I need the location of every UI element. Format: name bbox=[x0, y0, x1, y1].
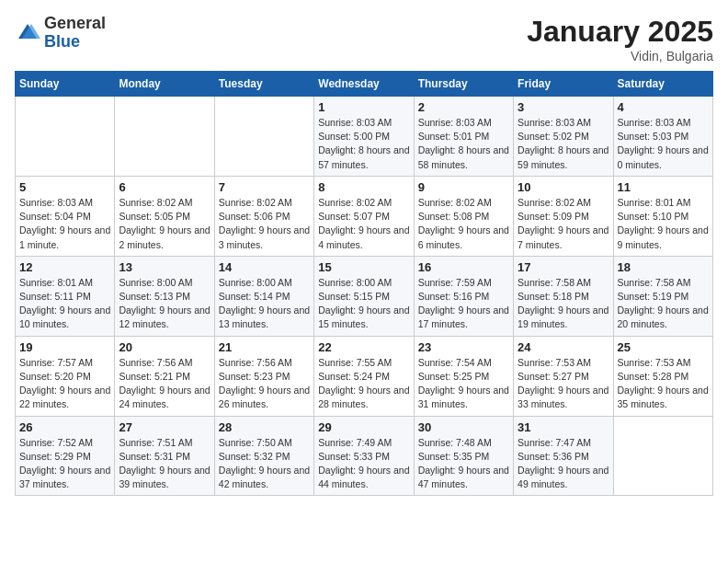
day-info: Sunrise: 8:00 AM Sunset: 5:13 PM Dayligh… bbox=[119, 276, 210, 332]
day-number: 19 bbox=[19, 340, 110, 354]
weekday-header: Thursday bbox=[414, 72, 513, 97]
calendar-table: SundayMondayTuesdayWednesdayThursdayFrid… bbox=[15, 71, 713, 496]
calendar-day-cell: 26Sunrise: 7:52 AM Sunset: 5:29 PM Dayli… bbox=[16, 416, 115, 496]
calendar-day-cell: 4Sunrise: 8:03 AM Sunset: 5:03 PM Daylig… bbox=[613, 97, 712, 177]
day-number: 9 bbox=[418, 180, 509, 194]
day-info: Sunrise: 8:02 AM Sunset: 5:08 PM Dayligh… bbox=[418, 196, 509, 252]
calendar-week-row: 5Sunrise: 8:03 AM Sunset: 5:04 PM Daylig… bbox=[16, 176, 713, 256]
calendar-day-cell: 30Sunrise: 7:48 AM Sunset: 5:35 PM Dayli… bbox=[414, 416, 513, 496]
weekday-header: Tuesday bbox=[214, 72, 313, 97]
day-number: 14 bbox=[219, 260, 310, 274]
day-info: Sunrise: 8:03 AM Sunset: 5:04 PM Dayligh… bbox=[19, 196, 110, 252]
day-number: 30 bbox=[418, 420, 509, 434]
calendar-day-cell: 22Sunrise: 7:55 AM Sunset: 5:24 PM Dayli… bbox=[314, 336, 414, 416]
calendar-day-cell: 2Sunrise: 8:03 AM Sunset: 5:01 PM Daylig… bbox=[414, 97, 513, 177]
day-number: 31 bbox=[518, 420, 609, 434]
calendar-day-cell: 9Sunrise: 8:02 AM Sunset: 5:08 PM Daylig… bbox=[414, 176, 513, 256]
weekday-header: Sunday bbox=[16, 72, 115, 97]
day-info: Sunrise: 7:58 AM Sunset: 5:19 PM Dayligh… bbox=[618, 276, 709, 332]
logo-general-text: General bbox=[44, 14, 106, 32]
day-number: 5 bbox=[19, 180, 110, 194]
calendar-day-cell: 29Sunrise: 7:49 AM Sunset: 5:33 PM Dayli… bbox=[314, 416, 414, 496]
day-number: 23 bbox=[418, 340, 509, 354]
day-number: 15 bbox=[318, 260, 409, 274]
day-info: Sunrise: 7:48 AM Sunset: 5:35 PM Dayligh… bbox=[418, 436, 509, 492]
calendar-day-cell: 18Sunrise: 7:58 AM Sunset: 5:19 PM Dayli… bbox=[613, 256, 712, 336]
day-number: 28 bbox=[219, 420, 310, 434]
day-info: Sunrise: 8:01 AM Sunset: 5:10 PM Dayligh… bbox=[618, 196, 709, 252]
location: Vidin, Bulgaria bbox=[527, 49, 713, 63]
calendar-header-row: SundayMondayTuesdayWednesdayThursdayFrid… bbox=[16, 72, 713, 97]
calendar-day-cell: 3Sunrise: 8:03 AM Sunset: 5:02 PM Daylig… bbox=[514, 97, 613, 177]
day-info: Sunrise: 7:57 AM Sunset: 5:20 PM Dayligh… bbox=[19, 356, 110, 412]
day-number: 3 bbox=[518, 100, 609, 114]
day-info: Sunrise: 7:47 AM Sunset: 5:36 PM Dayligh… bbox=[518, 436, 609, 492]
calendar-day-cell: 24Sunrise: 7:53 AM Sunset: 5:27 PM Dayli… bbox=[514, 336, 613, 416]
day-number: 22 bbox=[318, 340, 409, 354]
day-number: 8 bbox=[318, 180, 409, 194]
day-info: Sunrise: 7:59 AM Sunset: 5:16 PM Dayligh… bbox=[418, 276, 509, 332]
calendar-day-cell: 20Sunrise: 7:56 AM Sunset: 5:21 PM Dayli… bbox=[115, 336, 214, 416]
day-info: Sunrise: 7:56 AM Sunset: 5:23 PM Dayligh… bbox=[219, 356, 310, 412]
calendar-day-cell: 14Sunrise: 8:00 AM Sunset: 5:14 PM Dayli… bbox=[214, 256, 313, 336]
calendar-day-cell: 11Sunrise: 8:01 AM Sunset: 5:10 PM Dayli… bbox=[613, 176, 712, 256]
calendar-day-cell bbox=[16, 97, 115, 177]
day-info: Sunrise: 8:03 AM Sunset: 5:01 PM Dayligh… bbox=[418, 116, 509, 172]
day-number: 18 bbox=[618, 260, 709, 274]
day-number: 27 bbox=[119, 420, 210, 434]
day-info: Sunrise: 7:49 AM Sunset: 5:33 PM Dayligh… bbox=[318, 436, 409, 492]
day-number: 1 bbox=[318, 100, 409, 114]
logo-blue-text: Blue bbox=[44, 32, 80, 51]
calendar-day-cell: 27Sunrise: 7:51 AM Sunset: 5:31 PM Dayli… bbox=[115, 416, 214, 496]
calendar-day-cell: 19Sunrise: 7:57 AM Sunset: 5:20 PM Dayli… bbox=[16, 336, 115, 416]
page-header: General Blue January 2025 Vidin, Bulgari… bbox=[15, 15, 713, 63]
calendar-week-row: 26Sunrise: 7:52 AM Sunset: 5:29 PM Dayli… bbox=[16, 416, 713, 496]
weekday-header: Wednesday bbox=[314, 72, 414, 97]
day-info: Sunrise: 7:54 AM Sunset: 5:25 PM Dayligh… bbox=[418, 356, 509, 412]
calendar-day-cell bbox=[613, 416, 712, 496]
calendar-day-cell: 23Sunrise: 7:54 AM Sunset: 5:25 PM Dayli… bbox=[414, 336, 513, 416]
day-number: 21 bbox=[219, 340, 310, 354]
day-number: 4 bbox=[618, 100, 709, 114]
calendar-week-row: 19Sunrise: 7:57 AM Sunset: 5:20 PM Dayli… bbox=[16, 336, 713, 416]
calendar-day-cell: 8Sunrise: 8:02 AM Sunset: 5:07 PM Daylig… bbox=[314, 176, 414, 256]
day-info: Sunrise: 7:51 AM Sunset: 5:31 PM Dayligh… bbox=[119, 436, 210, 492]
calendar-day-cell: 28Sunrise: 7:50 AM Sunset: 5:32 PM Dayli… bbox=[214, 416, 313, 496]
weekday-header: Friday bbox=[514, 72, 613, 97]
weekday-header: Monday bbox=[115, 72, 214, 97]
day-number: 7 bbox=[219, 180, 310, 194]
day-number: 20 bbox=[119, 340, 210, 354]
day-info: Sunrise: 8:00 AM Sunset: 5:15 PM Dayligh… bbox=[318, 276, 409, 332]
day-info: Sunrise: 8:01 AM Sunset: 5:11 PM Dayligh… bbox=[19, 276, 110, 332]
calendar-day-cell: 17Sunrise: 7:58 AM Sunset: 5:18 PM Dayli… bbox=[514, 256, 613, 336]
day-number: 24 bbox=[518, 340, 609, 354]
day-info: Sunrise: 8:03 AM Sunset: 5:02 PM Dayligh… bbox=[518, 116, 609, 172]
calendar-day-cell: 15Sunrise: 8:00 AM Sunset: 5:15 PM Dayli… bbox=[314, 256, 414, 336]
day-info: Sunrise: 7:53 AM Sunset: 5:27 PM Dayligh… bbox=[518, 356, 609, 412]
calendar-day-cell: 12Sunrise: 8:01 AM Sunset: 5:11 PM Dayli… bbox=[16, 256, 115, 336]
day-number: 6 bbox=[119, 180, 210, 194]
calendar-week-row: 12Sunrise: 8:01 AM Sunset: 5:11 PM Dayli… bbox=[16, 256, 713, 336]
day-number: 25 bbox=[618, 340, 709, 354]
weekday-header: Saturday bbox=[613, 72, 712, 97]
calendar-day-cell: 21Sunrise: 7:56 AM Sunset: 5:23 PM Dayli… bbox=[214, 336, 313, 416]
day-number: 29 bbox=[318, 420, 409, 434]
day-number: 16 bbox=[418, 260, 509, 274]
day-number: 17 bbox=[518, 260, 609, 274]
logo-icon bbox=[15, 20, 40, 46]
calendar-day-cell: 10Sunrise: 8:02 AM Sunset: 5:09 PM Dayli… bbox=[514, 176, 613, 256]
calendar-day-cell: 5Sunrise: 8:03 AM Sunset: 5:04 PM Daylig… bbox=[16, 176, 115, 256]
day-info: Sunrise: 8:02 AM Sunset: 5:06 PM Dayligh… bbox=[219, 196, 310, 252]
day-number: 13 bbox=[119, 260, 210, 274]
calendar-day-cell: 1Sunrise: 8:03 AM Sunset: 5:00 PM Daylig… bbox=[314, 97, 414, 177]
day-info: Sunrise: 7:50 AM Sunset: 5:32 PM Dayligh… bbox=[219, 436, 310, 492]
calendar-day-cell: 25Sunrise: 7:53 AM Sunset: 5:28 PM Dayli… bbox=[613, 336, 712, 416]
day-number: 26 bbox=[19, 420, 110, 434]
day-info: Sunrise: 7:55 AM Sunset: 5:24 PM Dayligh… bbox=[318, 356, 409, 412]
day-info: Sunrise: 8:00 AM Sunset: 5:14 PM Dayligh… bbox=[219, 276, 310, 332]
month-title: January 2025 bbox=[527, 15, 713, 49]
calendar-day-cell bbox=[115, 97, 214, 177]
title-block: January 2025 Vidin, Bulgaria bbox=[527, 15, 713, 63]
calendar-day-cell bbox=[214, 97, 313, 177]
calendar-day-cell: 31Sunrise: 7:47 AM Sunset: 5:36 PM Dayli… bbox=[514, 416, 613, 496]
